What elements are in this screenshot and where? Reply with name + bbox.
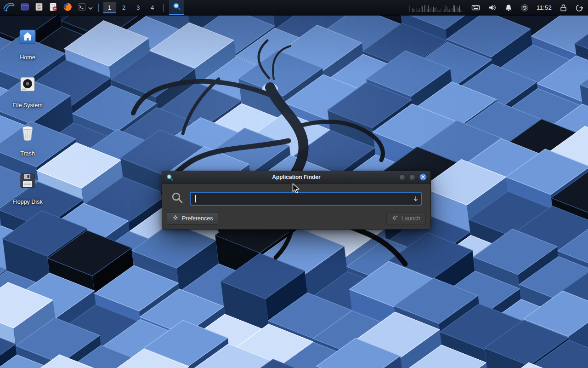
file-manager-icon [34, 2, 44, 14]
minimize-button[interactable] [399, 174, 405, 180]
desktop-icon-trash[interactable]: Trash [4, 122, 51, 157]
window-title: Application Finder [162, 174, 430, 180]
launch-button[interactable]: Launch [386, 212, 426, 224]
applications-menu-button[interactable] [0, 0, 17, 15]
panel-separator [163, 4, 164, 12]
window-body: Preferences Launch [162, 184, 431, 230]
application-finder-window: Application Finder [162, 171, 431, 230]
workspace-button-2[interactable]: 2 [118, 2, 130, 13]
search-icon [171, 191, 184, 206]
text-editor-icon [48, 2, 58, 14]
terminal-launcher[interactable] [74, 0, 95, 15]
firefox-icon [62, 2, 73, 14]
chevron-down-icon[interactable] [88, 4, 93, 12]
desktop-icon-label: File System [12, 102, 42, 109]
text-editor-launcher[interactable] [46, 0, 60, 15]
taskbar-application-finder-button[interactable] [169, 0, 184, 15]
window-manager-launcher[interactable] [17, 0, 32, 15]
application-finder-icon [172, 2, 181, 13]
titlebar[interactable]: Application Finder [162, 171, 431, 184]
panel-separator [98, 4, 99, 12]
home-folder-icon [17, 26, 38, 48]
close-button[interactable] [419, 173, 427, 181]
file-manager-launcher[interactable] [32, 0, 46, 15]
workspace-button-4[interactable]: 4 [146, 2, 158, 13]
system-load-graph [408, 3, 464, 12]
gear-icon [172, 214, 179, 222]
workspace-button-3[interactable]: 3 [132, 2, 144, 13]
kali-menu-icon [3, 0, 15, 15]
window-manager-icon [20, 2, 30, 14]
preferences-label: Preferences [182, 215, 213, 222]
screen-lock-icon[interactable] [560, 4, 567, 12]
desktop-icon-label: Floppy Disk [12, 199, 42, 205]
workspace-button-1[interactable]: 1 [103, 2, 116, 13]
logout-icon[interactable] [575, 4, 583, 12]
desktop-icon-label: Trash [20, 150, 35, 157]
dropdown-arrow-icon[interactable] [413, 196, 419, 202]
notifications-bell-icon[interactable] [504, 4, 513, 12]
trash-icon [17, 122, 38, 144]
run-icon [392, 214, 398, 222]
panel-clock[interactable]: 11:52 [537, 4, 552, 11]
filesystem-drive-icon [17, 74, 38, 96]
maximize-button[interactable] [409, 174, 415, 180]
firefox-launcher[interactable] [60, 0, 74, 15]
volume-icon[interactable] [488, 3, 497, 12]
launch-label: Launch [401, 215, 420, 222]
desktop-icon-home[interactable]: Home [4, 26, 51, 61]
application-finder-icon [166, 173, 174, 181]
top-panel: 1 2 3 4 [0, 0, 588, 15]
desktop-icon-floppy-disk[interactable]: Floppy Disk [4, 171, 51, 205]
status-circle-icon[interactable] [520, 4, 529, 12]
terminal-icon [77, 2, 87, 14]
desktop-icon-file-system[interactable]: File System [4, 74, 51, 109]
text-caret [195, 195, 196, 202]
search-input[interactable] [190, 192, 422, 206]
preferences-button[interactable]: Preferences [167, 212, 218, 224]
floppy-disk-icon [17, 171, 38, 193]
keyboard-icon[interactable] [471, 3, 480, 12]
desktop-icon-label: Home [20, 54, 35, 61]
